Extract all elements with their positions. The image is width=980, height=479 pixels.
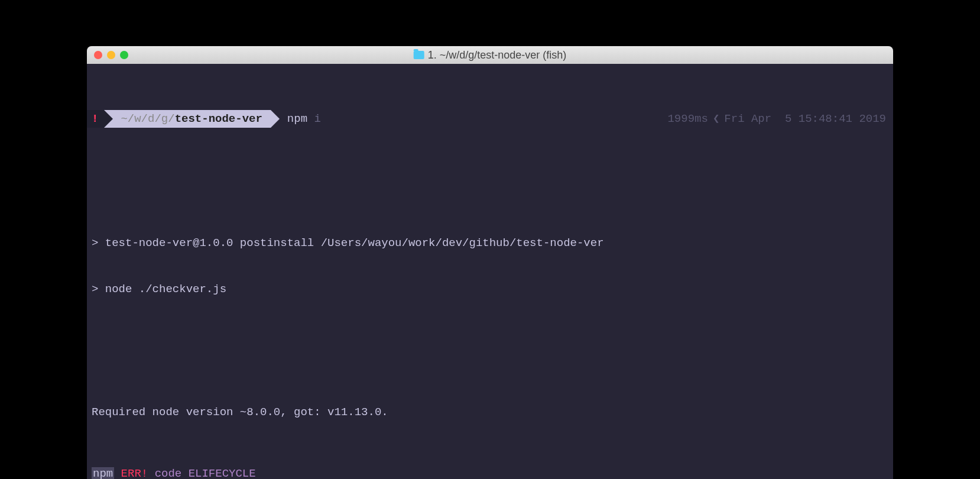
prompt-left: ! ~/w/d/g/test-node-ver npm i — [87, 110, 321, 128]
prompt-right: 1999ms ❮ Fri Apr 5 15:48:41 2019 — [667, 111, 893, 127]
close-button[interactable] — [94, 51, 102, 59]
minimize-button[interactable] — [107, 51, 115, 59]
output-line: > test-node-ver@1.0.0 postinstall /Users… — [87, 235, 893, 251]
npm-label: npm — [92, 467, 114, 479]
window-title: 1. ~/w/d/g/test-node-ver (fish) — [428, 49, 567, 62]
npm-err-line: npm ERR! code ELIFECYCLE — [87, 466, 893, 479]
output-line: Required node version ~8.0.0, got: v11.1… — [87, 404, 893, 420]
cmd-arg: i — [307, 112, 321, 125]
output-line: > node ./checkver.js — [87, 281, 893, 297]
maximize-button[interactable] — [120, 51, 128, 59]
prompt-row-1: ! ~/w/d/g/test-node-ver npm i 1999ms ❮ F… — [87, 110, 893, 128]
angle-icon: ❮ — [713, 111, 719, 127]
timestamp: Fri Apr 5 15:48:41 2019 — [724, 111, 886, 127]
path-dim: ~/w/d/g/ — [121, 112, 174, 125]
status-exclaim: ! — [87, 110, 104, 128]
window-title-area: 1. ~/w/d/g/test-node-ver (fish) — [414, 49, 567, 62]
duration: 1999ms — [667, 111, 708, 127]
cmd-npm: npm — [287, 112, 307, 125]
prompt-path: ~/w/d/g/test-node-ver — [104, 110, 270, 128]
traffic-lights — [94, 51, 128, 59]
path-bold: test-node-ver — [175, 112, 262, 125]
folder-icon — [414, 51, 424, 59]
terminal-body[interactable]: ! ~/w/d/g/test-node-ver npm i 1999ms ❮ F… — [87, 64, 893, 479]
titlebar: 1. ~/w/d/g/test-node-ver (fish) — [87, 46, 893, 64]
terminal-window: 1. ~/w/d/g/test-node-ver (fish) ! ~/w/d/… — [87, 46, 893, 479]
err-text: code ELIFECYCLE — [148, 467, 255, 479]
err-label: ERR! — [114, 467, 148, 479]
